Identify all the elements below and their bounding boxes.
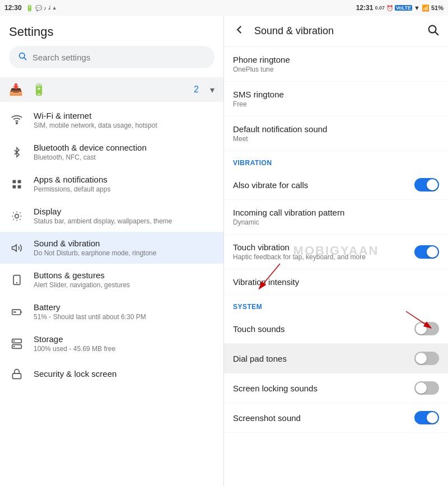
page-title: Sound & vibration: [254, 25, 418, 37]
whatsapp-icon: 💬: [35, 5, 42, 11]
display-item-title: Display: [34, 207, 214, 216]
dial-pad-tones-item[interactable]: Dial pad tones: [224, 344, 448, 373]
sound-icon: [9, 240, 25, 256]
sms-ringtone-value: Free: [233, 100, 439, 108]
svg-line-15: [20, 212, 20, 213]
battery-icon: 🔋: [26, 4, 34, 12]
storage-icon: [9, 336, 25, 352]
wifi-item-text: Wi-Fi & internet SIM, mobile network, da…: [34, 111, 214, 129]
badge-row[interactable]: 📥 🔋 2 ▾: [0, 77, 223, 102]
sms-ringtone-item[interactable]: SMS ringtone Free: [224, 82, 448, 116]
signal-icon: 📶: [422, 4, 430, 12]
touch-vibration-item[interactable]: Touch vibration Haptic feedback for tap,…: [224, 235, 448, 269]
notification-sound-title: Default notification sound: [233, 124, 439, 134]
system-section-header: SYSTEM: [224, 295, 448, 314]
svg-line-10: [13, 212, 14, 213]
screen-locking-sounds-toggle[interactable]: [414, 381, 439, 395]
vibrate-calls-text: Also vibrate for calls: [233, 180, 414, 190]
security-item-text: Security & lock screen: [34, 369, 214, 380]
touch-sounds-title: Touch sounds: [233, 324, 414, 334]
alarm-icon: ⏰: [386, 5, 393, 11]
search-button[interactable]: [427, 24, 439, 39]
vibration-pattern-item[interactable]: Incoming call vibration pattern Dynamic: [224, 200, 448, 235]
battery-item-text: Battery 51% - Should last until about 6:…: [34, 302, 214, 321]
right-header: Sound & vibration: [224, 16, 448, 47]
left-panel: Settings 📥 🔋 2 ▾: [0, 16, 224, 486]
battery-icon: [9, 304, 25, 320]
settings-title: Settings: [9, 25, 214, 39]
speed-icon: 0.07: [375, 5, 385, 11]
bluetooth-item-subtitle: Bluetooth, NFC, cast: [34, 153, 214, 161]
apps-icon: [9, 176, 25, 192]
wifi-item-title: Wi-Fi & internet: [34, 111, 214, 120]
sidebar-item-storage[interactable]: Storage 100% used - 45.69 MB free: [0, 328, 223, 359]
sidebar-item-wifi[interactable]: Wi-Fi & internet SIM, mobile network, da…: [0, 104, 223, 136]
wifi-item-subtitle: SIM, mobile network, data usage, hotspot: [34, 121, 214, 129]
buttons-item-subtitle: Alert Slider, navigation, gestures: [34, 281, 214, 289]
storage-item-subtitle: 100% used - 45.69 MB free: [34, 345, 214, 353]
vibration-pattern-title: Incoming call vibration pattern: [233, 208, 439, 217]
status-bar-left: 12:30 🔋 💬 ♪ ♩ ▲: [0, 0, 224, 16]
status-bar-right: 12:31 0.07 ⏰ VoLTE ▼ 📶 51%: [224, 0, 448, 16]
touch-vibration-title: Touch vibration: [233, 242, 414, 252]
battery-item-subtitle: 51% - Should last until about 6:30 PM: [34, 313, 214, 321]
svg-rect-5: [13, 185, 16, 188]
bluetooth-item-text: Bluetooth & device connection Bluetooth,…: [34, 143, 214, 161]
status-bar: 12:30 🔋 💬 ♪ ♩ ▲ 12:31 0.07 ⏰ VoLTE ▼ 📶 5…: [0, 0, 448, 16]
svg-line-28: [435, 32, 438, 35]
main-container: Settings 📥 🔋 2 ▾: [0, 16, 448, 486]
wifi-icon: ▼: [414, 4, 420, 11]
storage-item-text: Storage 100% used - 45.69 MB free: [34, 334, 214, 353]
svg-rect-6: [18, 185, 21, 188]
sidebar-item-bluetooth[interactable]: Bluetooth & device connection Bluetooth,…: [0, 136, 223, 168]
sidebar-item-battery[interactable]: Battery 51% - Should last until about 6:…: [0, 296, 223, 328]
vibration-intensity-item[interactable]: Vibration intensity: [224, 269, 448, 295]
storage-item-title: Storage: [34, 334, 214, 344]
bluetooth-item-title: Bluetooth & device connection: [34, 143, 214, 152]
apps-item-text: Apps & notifications Permissions, defaul…: [34, 175, 214, 193]
svg-marker-16: [12, 245, 17, 251]
touch-sounds-item[interactable]: Touch sounds: [224, 314, 448, 344]
notification-sound-value: Meet: [233, 135, 439, 143]
search-input[interactable]: [32, 53, 206, 62]
dial-pad-tones-title: Dial pad tones: [233, 354, 414, 363]
tiktok-icon: ♩: [48, 5, 50, 11]
security-item-title: Security & lock screen: [34, 369, 214, 378]
svg-rect-26: [13, 373, 21, 378]
search-icon: [18, 52, 27, 63]
vibrate-calls-item[interactable]: Also vibrate for calls: [224, 170, 448, 200]
buttons-icon: [9, 272, 25, 288]
sidebar-item-apps[interactable]: Apps & notifications Permissions, defaul…: [0, 168, 223, 200]
apps-item-title: Apps & notifications: [34, 175, 214, 184]
time-left: 12:30: [4, 4, 22, 12]
sidebar-item-security[interactable]: Security & lock screen: [0, 359, 223, 389]
wifi-icon: [9, 113, 25, 128]
display-icon: [9, 208, 25, 224]
touch-sounds-toggle[interactable]: [414, 322, 439, 335]
svg-rect-3: [13, 180, 16, 183]
sidebar-item-sound[interactable]: Sound & vibration Do Not Disturb, earpho…: [0, 232, 223, 264]
vibration-pattern-value: Dynamic: [233, 218, 439, 226]
screen-locking-sounds-item[interactable]: Screen locking sounds: [224, 373, 448, 403]
bluetooth-icon: [9, 144, 25, 160]
sidebar-item-display[interactable]: Display Status bar, ambient display, wal…: [0, 200, 223, 232]
screenshot-sound-title: Screenshot sound: [233, 413, 414, 423]
search-bar[interactable]: [9, 46, 214, 68]
screenshot-sound-item[interactable]: Screenshot sound: [224, 403, 448, 433]
sidebar-item-buttons[interactable]: Buttons & gestures Alert Slider, navigat…: [0, 264, 223, 296]
screenshot-sound-toggle[interactable]: [414, 411, 439, 424]
touch-vibration-toggle[interactable]: [414, 245, 439, 259]
vibrate-calls-title: Also vibrate for calls: [233, 180, 414, 190]
badge-count: 2: [194, 85, 199, 95]
phone-ringtone-item[interactable]: Phone ringtone OnePlus tune: [224, 47, 448, 82]
svg-rect-19: [12, 309, 21, 314]
back-button[interactable]: [233, 24, 245, 39]
dial-pad-tones-toggle[interactable]: [414, 352, 439, 365]
vibrate-calls-toggle[interactable]: [414, 178, 439, 191]
sound-item-text: Sound & vibration Do Not Disturb, earpho…: [34, 239, 214, 257]
screen-locking-sounds-title: Screen locking sounds: [233, 384, 414, 393]
notification-sound-item[interactable]: Default notification sound Meet: [224, 116, 448, 151]
dial-pad-tones-text: Dial pad tones: [233, 354, 414, 363]
vibration-intensity-title: Vibration intensity: [233, 277, 439, 287]
chevron-down-icon: ▾: [210, 85, 214, 95]
